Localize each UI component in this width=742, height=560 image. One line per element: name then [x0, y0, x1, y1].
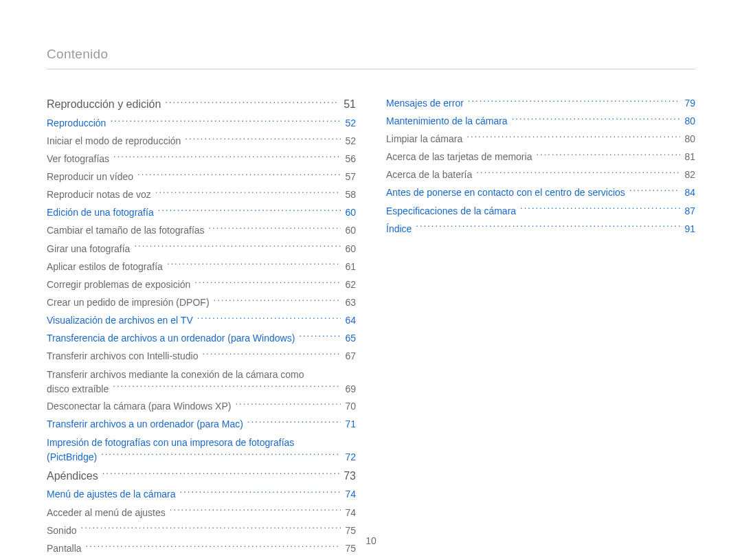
- toc-entry: Pantalla75: [47, 542, 356, 556]
- toc-dots: [158, 206, 341, 216]
- toc-dots: [185, 135, 341, 144]
- toc-label: Pantalla: [47, 542, 82, 556]
- toc-label: Desconectar la cámara (para Windows XP): [47, 400, 231, 414]
- toc-entry[interactable]: Impresión de fotografías con una impreso…: [47, 436, 356, 464]
- toc-entry[interactable]: Antes de ponerse en contacto con el cent…: [386, 186, 695, 200]
- toc-entry[interactable]: Índice91: [386, 223, 695, 236]
- toc-col-right: Mensajes de error79Mantenimiento de la c…: [386, 97, 695, 560]
- toc-dots: [466, 133, 680, 142]
- toc-page: 71: [345, 418, 356, 432]
- toc-page: 64: [345, 314, 356, 328]
- toc-label: Transferir archivos con Intelli-studio: [47, 350, 198, 363]
- toc-page: 69: [345, 382, 356, 396]
- toc-page: 60: [345, 243, 356, 256]
- toc-dots: [209, 224, 341, 234]
- toc-entry[interactable]: Mantenimiento de la cámara80: [386, 115, 695, 128]
- toc-label: Menú de ajustes de la cámara: [47, 488, 176, 502]
- toc-label: Reproducción y edición: [47, 97, 161, 112]
- toc-label: Reproducir un vídeo: [47, 170, 133, 184]
- toc-label: Mensajes de error: [386, 97, 464, 111]
- toc-entry[interactable]: Transferir archivos a un ordenador (para…: [47, 418, 356, 432]
- toc-page: 56: [345, 153, 356, 166]
- toc-dots: [629, 186, 681, 196]
- toc-page: 60: [345, 224, 356, 238]
- toc-entry: Limpiar la cámara80: [386, 133, 695, 146]
- page-header: Contenido: [47, 47, 695, 69]
- toc-label: Iniciar el modo de reproducción: [47, 135, 181, 148]
- toc-section-head[interactable]: Reproducción y edición51: [47, 97, 356, 112]
- toc-label: Transferir archivos a un ordenador (para…: [47, 418, 243, 432]
- toc-entry[interactable]: Visualización de archivos en el TV64: [47, 314, 356, 328]
- toc-page: 75: [345, 542, 356, 556]
- toc-page: 57: [345, 170, 356, 184]
- toc-entry[interactable]: Reproducción52: [47, 117, 356, 131]
- toc-dots: [165, 97, 339, 108]
- toc-dots: [194, 278, 341, 288]
- toc-dots: [214, 296, 341, 306]
- toc-dots: [170, 506, 341, 516]
- toc-entry: Desconectar la cámara (para Windows XP)7…: [47, 400, 356, 414]
- toc-page: 70: [345, 400, 356, 414]
- toc-page: 80: [684, 133, 695, 146]
- header-title: Contenido: [47, 47, 108, 61]
- toc-dots: [202, 350, 341, 359]
- toc-entry: Acceder al menú de ajustes74: [47, 506, 356, 520]
- toc-page: 87: [684, 205, 695, 219]
- toc-page: 51: [344, 97, 356, 112]
- toc-page: 52: [345, 135, 356, 148]
- toc-entry[interactable]: Edición de una fotografía60: [47, 206, 356, 220]
- toc-label-line1: Impresión de fotografías con una impreso…: [47, 436, 356, 449]
- toc-entry: Iniciar el modo de reproducción52: [47, 135, 356, 148]
- toc-label: Acerca de la batería: [386, 168, 472, 182]
- toc-label: Reproducción: [47, 117, 106, 131]
- toc-page: 63: [345, 296, 356, 310]
- toc-label: Girar una fotografía: [47, 243, 130, 256]
- toc-dots: [155, 188, 341, 198]
- toc-page: 67: [345, 350, 356, 363]
- toc-page: 58: [345, 188, 356, 202]
- toc-entry: Corregir problemas de exposición62: [47, 278, 356, 292]
- toc-entry: Transferir archivos mediante la conexión…: [47, 368, 356, 396]
- toc-dots: [102, 469, 339, 480]
- toc-page: 79: [684, 97, 695, 111]
- toc-page: 65: [345, 332, 356, 346]
- toc-section-head[interactable]: Apéndices73: [47, 469, 356, 484]
- toc-dots: [137, 170, 341, 180]
- toc-dots: [113, 153, 341, 162]
- toc-entry[interactable]: Transferencia de archivos a un ordenador…: [47, 332, 356, 346]
- toc-dots: [101, 451, 341, 460]
- toc-page: 91: [684, 223, 695, 236]
- toc-label: Visualización de archivos en el TV: [47, 314, 193, 328]
- toc-entry[interactable]: Menú de ajustes de la cámara74: [47, 488, 356, 502]
- toc-page: 72: [345, 450, 356, 464]
- toc-label: Aplicar estilos de fotografía: [47, 260, 163, 274]
- toc-page: 62: [345, 278, 356, 292]
- page-number: 10: [366, 535, 376, 546]
- toc-dots: [113, 383, 341, 392]
- toc-page: 60: [345, 206, 356, 220]
- toc-label: Apéndices: [47, 469, 98, 484]
- toc-page: 81: [684, 150, 695, 164]
- toc-dots: [134, 243, 341, 252]
- toc-page: 52: [345, 117, 356, 131]
- toc-page: 74: [345, 506, 356, 520]
- toc-entry[interactable]: Mensajes de error79: [386, 97, 695, 111]
- toc-dots: [520, 205, 680, 214]
- toc-entry: Reproducir un vídeo57: [47, 170, 356, 184]
- toc-label: Crear un pedido de impresión (DPOF): [47, 296, 210, 310]
- toc-dots: [235, 400, 341, 410]
- toc-dots: [416, 223, 680, 232]
- toc-entry[interactable]: Especificaciones de la cámara87: [386, 205, 695, 219]
- toc-entry: Cambiar el tamaño de las fotografías60: [47, 224, 356, 238]
- toc-label: Corregir problemas de exposición: [47, 278, 190, 292]
- toc-label-line2: disco extraíble: [47, 382, 109, 396]
- toc-dots: [299, 332, 341, 341]
- toc-dots: [81, 524, 341, 534]
- toc-label-line1: Transferir archivos mediante la conexión…: [47, 368, 356, 381]
- toc-page: 75: [345, 524, 356, 538]
- toc-page: 73: [344, 469, 356, 484]
- toc-label: Mantenimiento de la cámara: [386, 115, 508, 128]
- toc-columns: Reproducción y edición51Reproducción52In…: [47, 97, 695, 560]
- toc-label: Especificaciones de la cámara: [386, 205, 516, 219]
- toc-entry: Acerca de la batería82: [386, 168, 695, 182]
